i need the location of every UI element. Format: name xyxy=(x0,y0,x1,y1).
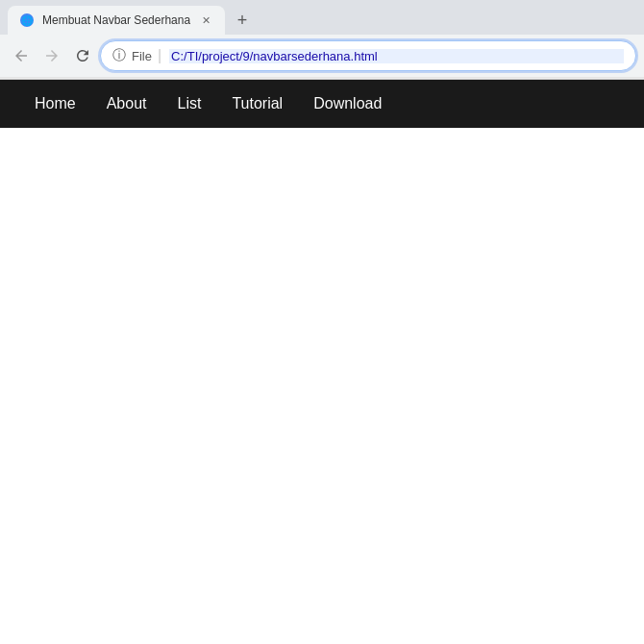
svg-text:🌐: 🌐 xyxy=(21,14,34,27)
back-icon xyxy=(12,47,30,64)
file-label: File xyxy=(132,49,152,63)
info-icon: ⓘ xyxy=(112,47,126,64)
navbar-item-about[interactable]: About xyxy=(91,82,162,126)
navbar-item-list[interactable]: List xyxy=(162,82,217,126)
address-divider: | xyxy=(158,47,161,64)
page-content: HomeAboutListTutorialDownload xyxy=(0,80,644,644)
separator xyxy=(0,77,644,79)
browser-tab[interactable]: 🌐 Membuat Navbar Sederhana ✕ xyxy=(8,6,225,35)
address-bar[interactable]: ⓘ File | C:/TI/project/9/navbarsederhana… xyxy=(100,40,636,71)
forward-button[interactable] xyxy=(38,42,65,69)
address-bar-row: ⓘ File | C:/TI/project/9/navbarsederhana… xyxy=(0,35,644,77)
navbar: HomeAboutListTutorialDownload xyxy=(0,80,644,128)
browser-chrome: 🌐 Membuat Navbar Sederhana ✕ + ⓘ File xyxy=(0,0,644,80)
back-button[interactable] xyxy=(8,42,35,69)
navbar-item-home[interactable]: Home xyxy=(19,82,91,126)
navbar-item-download[interactable]: Download xyxy=(298,82,397,126)
navbar-item-tutorial[interactable]: Tutorial xyxy=(216,82,298,126)
tab-title: Membuat Navbar Sederhana xyxy=(42,13,190,27)
reload-button[interactable] xyxy=(69,42,96,69)
navbar-items: HomeAboutListTutorialDownload xyxy=(19,82,397,126)
forward-icon xyxy=(43,47,61,64)
reload-icon xyxy=(74,47,91,64)
tab-close-button[interactable]: ✕ xyxy=(198,12,213,28)
url-text[interactable]: C:/TI/project/9/navbarsederhana.html xyxy=(169,49,624,63)
new-tab-button[interactable]: + xyxy=(229,7,256,34)
tab-bar: 🌐 Membuat Navbar Sederhana ✕ + xyxy=(0,0,644,35)
tab-favicon-icon: 🌐 xyxy=(19,12,35,28)
